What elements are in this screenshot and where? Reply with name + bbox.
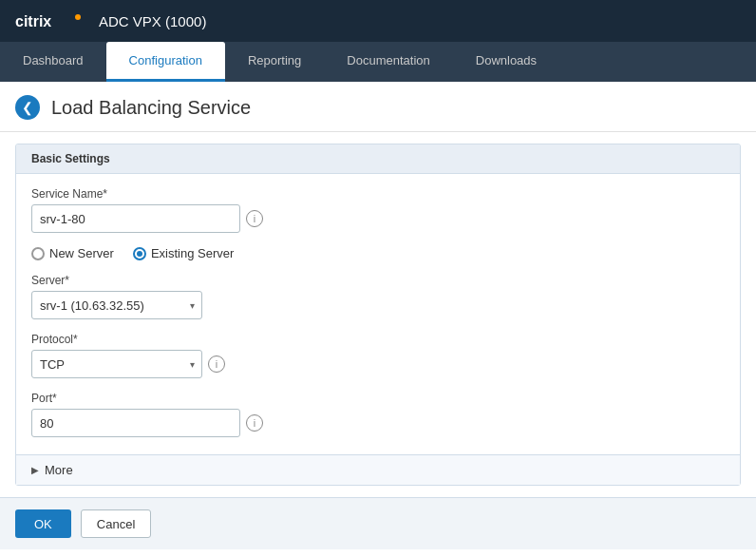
protocol-select-wrap: TCP HTTP UDP SSL ▾: [31, 350, 202, 378]
more-section[interactable]: ▶ More: [16, 454, 740, 485]
existing-server-radio-label[interactable]: Existing Server: [133, 246, 234, 260]
page-header: ❮ Load Balancing Service: [0, 82, 756, 132]
app-title: ADC VPX (1000): [99, 13, 206, 29]
tab-downloads[interactable]: Downloads: [453, 42, 559, 82]
port-info-icon[interactable]: i: [246, 414, 263, 432]
citrix-logo: citrix: [15, 10, 84, 31]
service-name-group: Service Name* i: [31, 187, 725, 233]
port-label: Port*: [31, 392, 725, 405]
panel-body: Service Name* i New Server Existing Serv…: [16, 174, 740, 454]
tab-reporting[interactable]: Reporting: [225, 42, 324, 82]
port-row: i: [31, 409, 725, 437]
existing-server-radio[interactable]: [133, 247, 146, 260]
svg-text:citrix: citrix: [15, 13, 51, 29]
top-bar: citrix ADC VPX (1000): [0, 0, 756, 42]
port-input[interactable]: [31, 409, 240, 437]
back-arrow-icon: ❮: [22, 100, 33, 115]
server-type-group: New Server Existing Server: [31, 246, 725, 260]
protocol-info-icon[interactable]: i: [208, 355, 225, 373]
server-row: srv-1 (10.63.32.55) ▾: [31, 291, 725, 319]
server-group: Server* srv-1 (10.63.32.55) ▾: [31, 274, 725, 319]
protocol-select[interactable]: TCP HTTP UDP SSL: [31, 350, 202, 378]
cancel-button[interactable]: Cancel: [81, 509, 151, 538]
port-group: Port* i: [31, 392, 725, 437]
more-triangle-icon: ▶: [31, 465, 39, 475]
service-name-label: Service Name*: [31, 187, 725, 201]
tab-documentation[interactable]: Documentation: [324, 42, 452, 82]
server-label: Server*: [31, 274, 725, 287]
new-server-radio-label[interactable]: New Server: [31, 246, 114, 260]
server-select[interactable]: srv-1 (10.63.32.55): [31, 291, 202, 319]
server-select-wrap: srv-1 (10.63.32.55) ▾: [31, 291, 202, 319]
protocol-label: Protocol*: [31, 333, 725, 346]
service-name-info-icon[interactable]: i: [246, 210, 263, 227]
form-panel: Basic Settings Service Name* i New Serve…: [15, 144, 741, 486]
tab-configuration[interactable]: Configuration: [106, 42, 225, 82]
page-title: Load Balancing Service: [51, 97, 251, 119]
protocol-group: Protocol* TCP HTTP UDP SSL ▾ i: [31, 333, 725, 378]
svg-point-1: [75, 14, 81, 20]
panel-header: Basic Settings: [16, 144, 740, 174]
protocol-row: TCP HTTP UDP SSL ▾ i: [31, 350, 725, 378]
footer: OK Cancel: [0, 497, 756, 549]
nav-bar: Dashboard Configuration Reporting Docume…: [0, 42, 756, 82]
new-server-radio[interactable]: [31, 247, 45, 260]
service-name-input[interactable]: [31, 204, 240, 233]
citrix-logo-svg: citrix: [15, 10, 84, 31]
back-button[interactable]: ❮: [15, 95, 40, 120]
tab-dashboard[interactable]: Dashboard: [0, 42, 106, 82]
more-label: More: [45, 463, 73, 477]
service-name-row: i: [31, 204, 725, 233]
ok-button[interactable]: OK: [15, 509, 71, 538]
